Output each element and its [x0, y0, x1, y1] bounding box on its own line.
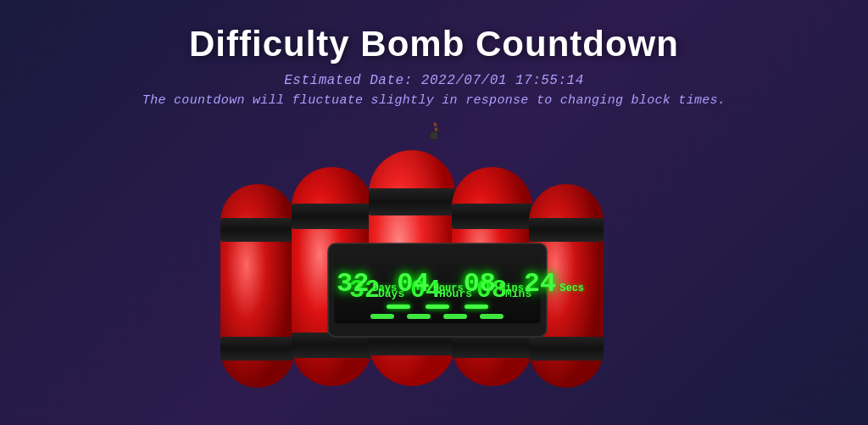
svg-rect-15	[529, 337, 604, 361]
bomb-scene: 32 Days 04 Hours 08 Mins 32 Days 04 Hour…	[197, 120, 671, 400]
mins-label: Mins	[499, 282, 524, 294]
svg-rect-11	[452, 204, 532, 229]
svg-rect-3	[220, 337, 295, 361]
dot-1	[387, 305, 410, 309]
svg-rect-2	[220, 218, 295, 242]
mins-value: 08	[464, 271, 496, 298]
hours-label: Hours	[433, 282, 464, 294]
svg-rect-5	[292, 204, 372, 229]
estimated-date: Estimated Date: 2022/07/01 17:55:14	[142, 73, 726, 88]
svg-point-0	[430, 131, 438, 140]
page-title: Difficulty Bomb Countdown	[142, 24, 726, 64]
subtitle-text: The countdown will fluctuate slightly in…	[142, 93, 726, 108]
secs-label: Secs	[559, 282, 584, 294]
days-value: 32	[337, 271, 369, 298]
svg-rect-8	[369, 188, 455, 215]
header-section: Difficulty Bomb Countdown Estimated Date…	[142, 0, 726, 116]
svg-rect-14	[529, 218, 604, 242]
days-label: Days	[372, 282, 397, 294]
timer-indicator-dots	[335, 305, 540, 309]
secs-value: 24	[524, 271, 556, 298]
dot-2	[426, 305, 449, 309]
days-unit: 32 Days	[337, 271, 397, 298]
mins-unit: 08 Mins	[464, 271, 524, 298]
timer-overlay: 32 Days 04 Hours 08 Mins 24 Secs	[328, 243, 547, 333]
dot-3	[465, 305, 488, 309]
hours-unit: 04 Hours	[397, 271, 463, 298]
secs-unit: 24 Secs	[524, 271, 584, 298]
hours-value: 04	[397, 271, 429, 298]
